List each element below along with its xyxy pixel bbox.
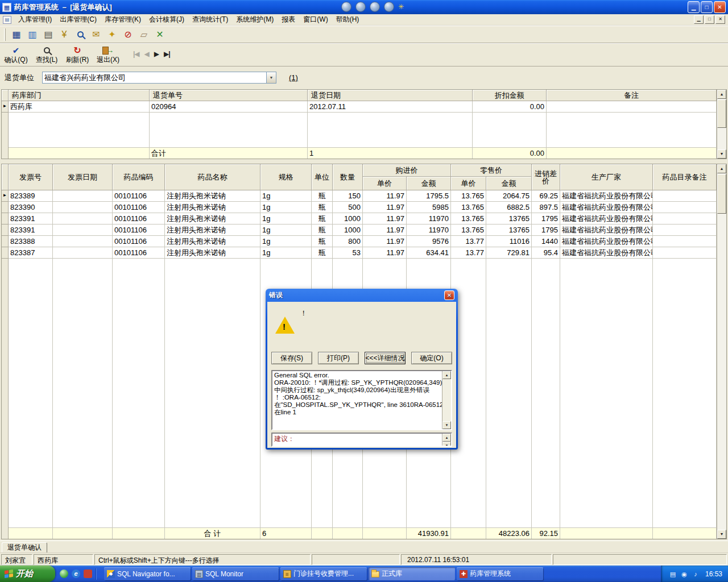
scroll-up-icon[interactable]: ▲: [717, 164, 726, 173]
stop-icon[interactable]: ⊘: [121, 28, 135, 41]
master-grid[interactable]: 药库部门退货单号退货日期折扣金额备注►西药库0209642012.07.110.…: [1, 89, 727, 159]
menu-item[interactable]: 帮助(H): [332, 14, 363, 26]
restore-button[interactable]: □: [701, 1, 713, 13]
supplier-combobox[interactable]: ▼: [42, 72, 276, 84]
exit-icon[interactable]: ✕: [153, 28, 167, 41]
confirm-button[interactable]: ✔确认(Q): [2, 45, 30, 65]
start-button[interactable]: 开始: [0, 566, 55, 582]
details-scrollbar[interactable]: ▲ ▼: [442, 371, 451, 429]
master-total-row: 合计10.00: [2, 147, 717, 159]
mdi-minimize-button[interactable]: ▁: [694, 15, 704, 24]
remote-orb-icon[interactable]: [370, 2, 380, 12]
suggestion-scrollbar[interactable]: ▲ ▼: [442, 434, 451, 446]
scroll-up-icon[interactable]: ▲: [717, 90, 726, 99]
table-icon[interactable]: ▥: [26, 28, 39, 41]
menu-item[interactable]: 库存管理(K): [101, 14, 145, 26]
detail-row[interactable]: 82339100101106注射用头孢米诺钠1g瓶100011.97119701…: [2, 225, 717, 236]
document-icon[interactable]: ▤: [42, 28, 55, 41]
nav-first-button[interactable]: |◀: [133, 50, 139, 58]
detail-grid-scrollbar[interactable]: ▲ ▼: [717, 164, 726, 539]
scrollbar-thumb[interactable]: [717, 174, 726, 214]
nav-next-button[interactable]: ▶: [154, 50, 159, 58]
grid-cell: [532, 259, 560, 527]
combo-dropdown-icon[interactable]: ▼: [266, 72, 276, 83]
quicklaunch-icon[interactable]: [60, 569, 68, 578]
menu-item[interactable]: 会计核算(J): [145, 14, 188, 26]
tray-icon[interactable]: ▤: [669, 570, 677, 578]
remote-menu-icon[interactable]: ✳: [398, 3, 404, 11]
detail-row[interactable]: 82338700101106注射用头孢米诺钠1g瓶5311.97634.4113…: [2, 247, 717, 259]
details-button[interactable]: <<<详细情况: [365, 352, 406, 364]
task-label: 门诊挂号收费管理...: [293, 569, 354, 579]
taskbar-task[interactable]: ✚药库管理系统: [457, 567, 543, 580]
toolbar-grip[interactable]: [4, 28, 6, 41]
close-button[interactable]: ✕: [714, 1, 726, 13]
remote-orb-icon[interactable]: [341, 2, 351, 12]
remote-orb-icon[interactable]: [355, 2, 366, 12]
suggestion-box[interactable]: 建议： ▲ ▼: [271, 433, 452, 447]
column-header: 退货日期: [308, 90, 473, 101]
detail-row[interactable]: 82339100101106注射用头孢米诺钠1g瓶100011.97119701…: [2, 213, 717, 225]
grid-cell: 53: [333, 247, 363, 259]
grid-cell: 瓶: [312, 236, 333, 247]
tray-icon[interactable]: ♪: [692, 570, 700, 578]
report-icon[interactable]: ▦: [10, 28, 23, 41]
taskbar-task[interactable]: ≡门诊挂号收费管理...: [280, 567, 367, 580]
ie-icon[interactable]: e: [72, 569, 80, 578]
scrollbar-thumb[interactable]: [717, 99, 726, 128]
remote-orb-icon[interactable]: [384, 2, 394, 12]
scroll-down-icon[interactable]: ▼: [717, 149, 726, 159]
scroll-up-icon[interactable]: ▲: [442, 434, 451, 442]
money-icon[interactable]: ¥: [57, 28, 71, 41]
grid-cell: 1g: [260, 225, 312, 236]
grid-cell: 41930.91: [407, 527, 451, 539]
scroll-down-icon[interactable]: ▼: [442, 421, 451, 429]
master-grid-scrollbar[interactable]: ▲ ▼: [717, 90, 726, 159]
search-icon[interactable]: [73, 28, 87, 41]
taskbar-task[interactable]: ◆SQL Navigator fo...: [104, 567, 191, 580]
exit-button[interactable]: →退出(X): [94, 45, 122, 65]
menu-item[interactable]: 入库管理(I): [14, 14, 56, 26]
mdi-close-button[interactable]: ✕: [715, 15, 725, 24]
eraser-icon[interactable]: ▱: [137, 28, 151, 41]
tray-icon[interactable]: ◉: [680, 570, 688, 578]
master-row[interactable]: ►西药库0209642012.07.110.00: [2, 101, 717, 113]
detail-row[interactable]: ►82338900101106注射用头孢米诺钠1g瓶15011.971795.5…: [2, 190, 717, 202]
dialog-titlebar[interactable]: 错误 ✕: [267, 289, 456, 302]
menu-item[interactable]: 窗口(W): [299, 14, 332, 26]
dialog-close-button[interactable]: ✕: [444, 290, 454, 300]
menu-item[interactable]: 查询统计(T): [188, 14, 232, 26]
grid-cell: 00101106: [113, 247, 165, 259]
taskbar-task[interactable]: ▥SQL Monitor: [192, 567, 279, 580]
refresh-button[interactable]: ↻刷新(R): [64, 45, 91, 65]
key-icon[interactable]: ✦: [105, 28, 119, 41]
detail-row[interactable]: 82339000101106注射用头孢米诺钠1g瓶50011.97598513.…: [2, 202, 717, 213]
tab-return-confirm[interactable]: 退货单确认: [2, 542, 47, 553]
child-window-icon[interactable]: ▤: [3, 16, 11, 24]
scroll-up-icon[interactable]: ▲: [442, 371, 451, 379]
ok-button[interactable]: 确定(O): [411, 352, 452, 364]
quicklaunch-icon[interactable]: [84, 569, 92, 578]
mdi-restore-button[interactable]: □: [705, 15, 714, 24]
error-details-box[interactable]: General SQL error.ORA-20010: ！*调用过程: SP_…: [271, 370, 452, 430]
mail-icon[interactable]: ✉: [89, 28, 103, 41]
taskbar-task[interactable]: 正式库: [369, 567, 455, 580]
scroll-down-icon[interactable]: ▼: [442, 442, 451, 447]
nav-prev-button[interactable]: ◀: [144, 50, 149, 58]
menu-item[interactable]: 报表: [278, 14, 299, 26]
menu-item[interactable]: 出库管理(C): [56, 14, 101, 26]
scroll-down-icon[interactable]: ▼: [717, 530, 726, 539]
error-detail-line: ORA-20010: ！*调用过程: SP_YK_YPTHQR(020964,3…: [274, 379, 449, 386]
save-button[interactable]: 保存(S): [271, 352, 312, 364]
dialog-title: 错误: [269, 290, 283, 300]
supplier-input[interactable]: [43, 72, 266, 83]
grid-cell: 00101106: [113, 213, 165, 225]
grid-cell: 9576: [407, 236, 451, 247]
nav-last-button[interactable]: ▶|: [164, 50, 170, 58]
grid-cell: 1795: [532, 225, 560, 236]
find-button[interactable]: 查找(L): [33, 45, 60, 65]
detail-row[interactable]: 82338800101106注射用头孢米诺钠1g瓶80011.97957613.…: [2, 236, 717, 247]
menu-item[interactable]: 系统维护(M): [232, 14, 278, 26]
print-button[interactable]: 打印(P): [318, 352, 359, 364]
minimize-button[interactable]: ▁: [688, 1, 700, 13]
